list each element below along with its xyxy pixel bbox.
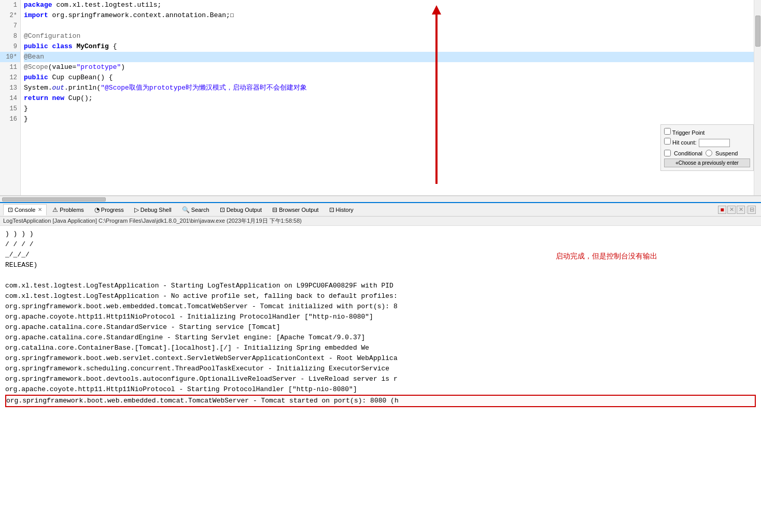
console-section: ⊡Console✕⚠Problems◔Progress▷Debug Shell🔍… <box>0 202 761 532</box>
search-tab-icon: 🔍 <box>182 206 190 213</box>
tab-debug_shell[interactable]: ▷Debug Shell <box>130 204 176 215</box>
console-line: org.springframework.boot.web.servlet.con… <box>5 353 756 364</box>
line-number: 8 <box>0 31 20 41</box>
search-tab-label: Search <box>191 207 209 213</box>
tab-browser_output[interactable]: ⊟Browser Output <box>267 204 323 215</box>
console-controls: ■ ✕ ✕ ⊟ <box>718 206 758 214</box>
console-line: ) ) ) ) <box>5 229 756 239</box>
breakpoint-panel: Trigger Point Hit count: Conditional Sus… <box>660 124 754 171</box>
console-line: RELEASE) <box>5 260 756 270</box>
code-line: public class MyConfig { <box>24 41 754 52</box>
hit-count-checkbox[interactable] <box>664 138 671 145</box>
console-line: com.xl.test.logtest.LogTestApplication -… <box>5 281 756 291</box>
toolbar-sep <box>746 206 746 213</box>
code-line <box>24 21 754 31</box>
line-number: 2* <box>0 10 20 21</box>
tab-problems[interactable]: ⚠Problems <box>48 204 88 215</box>
console-line: org.apache.catalina.core.StandardEngine … <box>5 333 756 343</box>
conditional-row: Conditional Suspend <box>664 150 750 156</box>
code-line: public Cup cupBean() { <box>24 73 754 83</box>
scroll-lock-button[interactable]: ⊟ <box>748 206 756 214</box>
debug_output-tab-icon: ⊡ <box>220 206 225 213</box>
console-line: com.xl.test.logtest.LogTestApplication -… <box>5 291 756 301</box>
line-number: 1 <box>0 0 20 10</box>
tab-history[interactable]: ⊡History <box>325 204 358 215</box>
console-line: org.springframework.boot.web.embedded.to… <box>5 395 756 407</box>
console-line: org.apache.catalina.core.StandardService… <box>5 322 756 333</box>
annotation-text: 启动完成，但是控制台没有输出 <box>556 252 657 261</box>
console-tab-label: Console <box>15 207 35 213</box>
console-tab-close[interactable]: ✕ <box>38 207 42 212</box>
editor-hscrollbar[interactable] <box>0 196 761 202</box>
trigger-point-label: Trigger Point <box>664 128 750 136</box>
console-tabs-bar: ⊡Console✕⚠Problems◔Progress▷Debug Shell🔍… <box>0 202 761 217</box>
console-line: org.springframework.scheduling.concurren… <box>5 364 756 374</box>
tab-debug_output[interactable]: ⊡Debug Output <box>215 204 267 215</box>
editor-panel: 12*78910*111213141516 package com.xl.tes… <box>0 0 761 202</box>
process-info: LogTestApplication [Java Application] C:… <box>0 217 761 226</box>
line-number: 14 <box>0 93 20 104</box>
tab-console[interactable]: ⊡Console✕ <box>3 204 47 215</box>
debug_shell-tab-icon: ▷ <box>134 206 139 213</box>
code-line: System.out.println("@Scope取值为prototype时为… <box>24 83 754 93</box>
line-number: 11 <box>0 62 20 73</box>
code-line: @Configuration <box>24 31 754 41</box>
console-tab-icon: ⊡ <box>8 206 13 213</box>
line-number: 16 <box>0 114 20 124</box>
disconnect-button[interactable]: ✕ <box>737 206 745 214</box>
console-output-wrapper: ) ) ) )/ / / /_/_/_/RELEASE) com.xl.test… <box>0 226 761 532</box>
tabs-container: ⊡Console✕⚠Problems◔Progress▷Debug Shell🔍… <box>3 204 717 215</box>
progress-tab-label: Progress <box>101 207 124 213</box>
line-number: 9 <box>0 41 20 52</box>
console-line: org.springframework.boot.devtools.autoco… <box>5 374 756 384</box>
line-number: 10* <box>0 52 20 62</box>
choose-button[interactable]: «Choose a previously enter <box>664 159 750 167</box>
browser_output-tab-label: Browser Output <box>279 207 318 213</box>
console-line <box>5 270 756 281</box>
trigger-point-checkbox[interactable] <box>664 128 671 135</box>
code-line: @Bean <box>24 52 754 62</box>
console-line: org.apache.coyote.http11.Http11NioProtoc… <box>5 384 756 395</box>
console-line: org.catalina.core.ContainerBase.[Tomcat]… <box>5 343 756 353</box>
terminate-button[interactable]: ✕ <box>727 206 736 214</box>
hit-count-label: Hit count: <box>664 138 697 146</box>
conditional-checkbox[interactable] <box>664 150 671 156</box>
console-line: org.springframework.boot.web.embedded.to… <box>5 301 756 312</box>
problems-tab-icon: ⚠ <box>52 206 58 213</box>
code-editor: 12*78910*111213141516 package com.xl.tes… <box>0 0 761 196</box>
console-line: org.apache.coyote.http11.Http11NioProtoc… <box>5 312 756 322</box>
hit-count-input[interactable] <box>699 139 730 147</box>
history-tab-label: History <box>336 207 354 213</box>
stop-button[interactable]: ■ <box>718 206 726 214</box>
code-line: package com.xl.test.logtest.utils; <box>24 0 754 10</box>
browser_output-tab-icon: ⊟ <box>272 206 277 213</box>
line-numbers: 12*78910*111213141516 <box>0 0 21 195</box>
debug_output-tab-label: Debug Output <box>227 207 262 213</box>
line-number: 7 <box>0 21 20 31</box>
debug_shell-tab-label: Debug Shell <box>140 207 172 213</box>
console-line: / / / / <box>5 239 756 250</box>
history-tab-icon: ⊡ <box>329 206 334 213</box>
line-number: 13 <box>0 83 20 93</box>
code-line: return new Cup(); <box>24 93 754 104</box>
code-line: } <box>24 104 754 114</box>
code-line: import org.springframework.context.annot… <box>24 10 754 21</box>
vscroll-thumb[interactable] <box>755 16 760 47</box>
code-content[interactable]: package com.xl.test.logtest.utils;import… <box>21 0 754 195</box>
progress-tab-icon: ◔ <box>94 206 100 213</box>
tab-progress[interactable]: ◔Progress <box>90 204 129 215</box>
problems-tab-label: Problems <box>60 207 83 213</box>
code-line: } <box>24 114 754 124</box>
suspend-radio[interactable] <box>706 150 712 156</box>
hscroll-thumb[interactable] <box>2 197 106 202</box>
tab-search[interactable]: 🔍Search <box>177 204 214 215</box>
line-number: 15 <box>0 104 20 114</box>
code-line: @Scope(value="prototype") <box>24 62 754 73</box>
line-number: 12 <box>0 73 20 83</box>
editor-vscrollbar[interactable] <box>754 0 761 195</box>
hit-count-row: Hit count: <box>664 138 750 148</box>
